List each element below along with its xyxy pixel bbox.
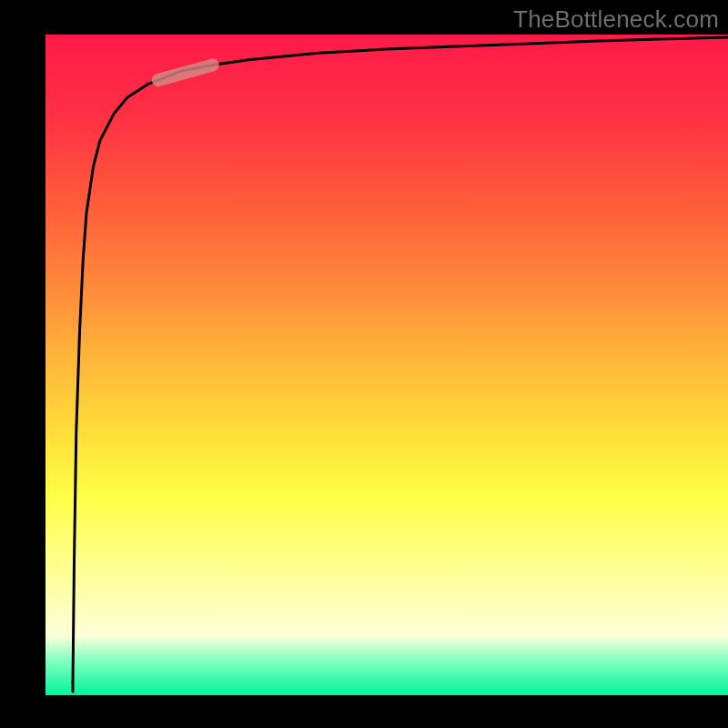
watermark-text: TheBottleneck.com	[513, 5, 719, 34]
highlight-marker	[158, 65, 213, 80]
curve-line	[73, 37, 728, 682]
chart-svg	[46, 35, 728, 695]
plot-area	[46, 35, 728, 695]
chart-frame: TheBottleneck.com	[0, 0, 728, 728]
